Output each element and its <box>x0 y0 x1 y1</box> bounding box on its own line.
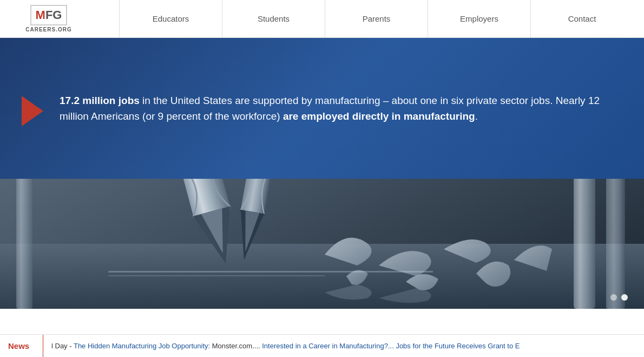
news-content: l Day - The Hidden Manufacturing Job Opp… <box>43 342 528 350</box>
news-item-3-link[interactable]: Jobs for the Future Receives Grant to E <box>396 342 520 350</box>
hero-section: 17.2 million jobs in the United States a… <box>0 38 644 309</box>
hero-text-overlay: 17.2 million jobs in the United States a… <box>0 38 644 179</box>
news-item-1-prefix: l Day - <box>51 342 74 350</box>
hero-text: 17.2 million jobs in the United States a… <box>60 93 617 125</box>
logo-m: M <box>36 8 45 22</box>
carousel-dot-1[interactable] <box>610 294 617 301</box>
svg-rect-16 <box>108 271 433 272</box>
main-nav: Educators Students Parents Employers Con… <box>119 0 633 37</box>
header: M FG CAREERS.ORG Educators Students Pare… <box>0 0 644 38</box>
hero-arrow-icon <box>22 96 43 126</box>
nav-parents[interactable]: Parents <box>325 0 428 37</box>
logo-fg: FG <box>45 8 62 22</box>
logo-area[interactable]: M FG CAREERS.ORG <box>11 5 87 33</box>
nav-contact[interactable]: Contact <box>531 0 633 37</box>
logo-subtitle: CAREERS.ORG <box>25 27 71 33</box>
svg-rect-17 <box>108 275 325 276</box>
hero-stat-period: . <box>475 111 478 122</box>
hero-stat-end: are employed directly in manufacturing <box>283 111 475 122</box>
hero-stat-bold: 17.2 million jobs <box>60 95 140 106</box>
news-item-1-suffix: Monster.com.... <box>210 342 262 350</box>
news-label: News <box>0 335 43 357</box>
logo-box: M FG <box>30 5 68 25</box>
news-bar: News l Day - The Hidden Manufacturing Jo… <box>0 334 644 357</box>
news-item-1-link[interactable]: The Hidden Manufacturing Job Opportunity… <box>74 342 210 350</box>
news-item-2-link[interactable]: Interested in a Career in Manufacturing?… <box>262 342 394 350</box>
carousel-dot-2[interactable] <box>621 294 628 301</box>
nav-students[interactable]: Students <box>222 0 325 37</box>
carousel-dots <box>610 294 628 301</box>
nav-employers[interactable]: Employers <box>428 0 531 37</box>
nav-educators[interactable]: Educators <box>119 0 222 37</box>
